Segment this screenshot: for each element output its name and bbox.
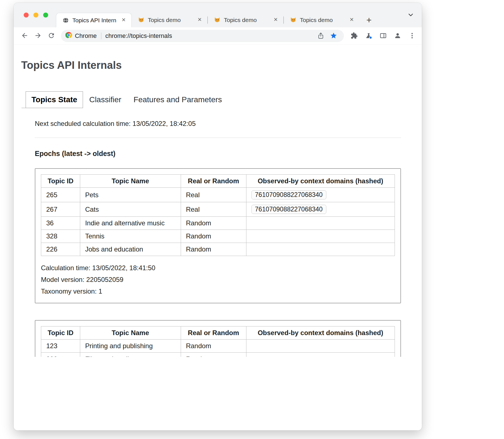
observed-domains-cell bbox=[246, 217, 395, 230]
omnibox-divider bbox=[101, 33, 101, 39]
experiments-button[interactable] bbox=[362, 30, 375, 42]
table-row: 226Jobs and educationRandom bbox=[41, 243, 395, 256]
real-or-random-cell: Random bbox=[181, 217, 246, 230]
browser-tab[interactable]: Topics demo× bbox=[208, 13, 283, 27]
reload-icon bbox=[48, 32, 55, 40]
real-or-random-cell: Real bbox=[181, 202, 246, 217]
hashed-domain-chip[interactable]: 7610709088227068340 bbox=[251, 190, 326, 199]
column-header: Topic Name bbox=[80, 175, 181, 188]
observed-domains-cell bbox=[246, 230, 395, 243]
browser-tab[interactable]: Topics demo× bbox=[284, 13, 359, 27]
bookmark-star-button[interactable] bbox=[327, 30, 340, 42]
globe-favicon-icon bbox=[62, 17, 69, 24]
cat-favicon-icon bbox=[138, 17, 145, 23]
column-header: Topic Name bbox=[80, 326, 181, 340]
hashed-domain-chip[interactable]: 7610709088227068340 bbox=[251, 205, 326, 214]
topic-name-cell: Jobs and education bbox=[80, 243, 181, 256]
observed-domains-cell: 7610709088227068340 bbox=[246, 202, 395, 217]
cat-favicon-icon bbox=[214, 17, 221, 23]
browser-tab-active[interactable]: Topics API Intern× bbox=[56, 13, 132, 27]
browser-window: Topics API Intern×Topics demo×Topics dem… bbox=[14, 3, 422, 430]
tab-title: Topics demo bbox=[300, 17, 346, 23]
reload-button[interactable] bbox=[45, 30, 58, 42]
arrow-left-icon bbox=[21, 32, 28, 40]
epoch-table: Topic IDTopic NameReal or RandomObserved… bbox=[41, 174, 395, 256]
topic-id-cell: 200 bbox=[41, 353, 80, 357]
table-row: 36Indie and alternative musicRandom bbox=[41, 217, 395, 230]
forward-button[interactable] bbox=[31, 30, 44, 42]
page-tabs: Topics StateClassifierFeatures and Param… bbox=[26, 91, 422, 108]
star-icon bbox=[330, 32, 337, 40]
window-minimize-button[interactable] bbox=[33, 13, 38, 18]
avatar-icon bbox=[394, 32, 401, 40]
arrow-right-icon bbox=[34, 32, 42, 40]
tab-strip: Topics API Intern×Topics demo×Topics dem… bbox=[14, 3, 422, 27]
browser-tab[interactable]: Topics demo× bbox=[132, 13, 207, 27]
tab-close-button[interactable]: × bbox=[272, 16, 280, 24]
topic-id-cell: 265 bbox=[41, 188, 80, 202]
column-header: Observed-by context domains (hashed) bbox=[246, 326, 395, 340]
window-controls bbox=[24, 13, 48, 18]
topic-id-cell: 123 bbox=[41, 340, 80, 353]
topic-id-cell: 328 bbox=[41, 230, 80, 243]
epoch-table: Topic IDTopic NameReal or RandomObserved… bbox=[41, 326, 395, 357]
table-row: 123Printing and publishingRandom bbox=[41, 340, 395, 353]
address-bar[interactable]: Chrome chrome://topics-internals bbox=[61, 30, 344, 42]
topic-name-cell: Indie and alternative music bbox=[80, 217, 181, 230]
three-dot-menu-icon bbox=[408, 32, 416, 40]
epoch-meta-line: Calculation time: 13/05/2022, 18:41:50 bbox=[41, 262, 395, 274]
table-row: 265PetsReal7610709088227068340 bbox=[41, 188, 395, 202]
tab-strip-tabs: Topics API Intern×Topics demo×Topics dem… bbox=[56, 3, 359, 27]
extensions-button[interactable] bbox=[348, 30, 361, 42]
page-title: Topics API Internals bbox=[21, 59, 422, 71]
real-or-random-cell: Random bbox=[181, 230, 246, 243]
epoch-meta-line: Taxonomy version: 1 bbox=[41, 286, 395, 297]
new-tab-button[interactable]: + bbox=[363, 13, 375, 27]
table-row: 200Fibre and textile artsRandom bbox=[41, 353, 395, 357]
site-chip-label: Chrome bbox=[75, 32, 97, 40]
tab-close-button[interactable]: × bbox=[348, 16, 356, 24]
column-header: Real or Random bbox=[181, 326, 246, 340]
window-close-button[interactable] bbox=[24, 13, 29, 18]
share-icon bbox=[317, 32, 324, 40]
real-or-random-cell: Random bbox=[181, 243, 246, 256]
epoch-meta-line: Model version: 2205052059 bbox=[41, 274, 395, 286]
tab-close-button[interactable]: × bbox=[120, 16, 128, 24]
desktop: Topics API Intern×Topics demo×Topics dem… bbox=[0, 0, 504, 439]
page-tab-topics-state[interactable]: Topics State bbox=[26, 91, 83, 108]
real-or-random-cell: Real bbox=[181, 188, 246, 202]
epoch-meta: Calculation time: 13/05/2022, 18:41:50Mo… bbox=[41, 262, 395, 297]
side-panel-icon bbox=[380, 32, 387, 40]
tab-search-button[interactable] bbox=[406, 10, 416, 20]
observed-domains-cell bbox=[246, 353, 395, 357]
epoch-panel: Topic IDTopic NameReal or RandomObserved… bbox=[35, 168, 401, 303]
epochs-list: Topic IDTopic NameReal or RandomObserved… bbox=[14, 168, 422, 357]
page-tab-classifier[interactable]: Classifier bbox=[83, 91, 127, 108]
topic-name-cell: Pets bbox=[80, 188, 181, 202]
puzzle-icon bbox=[351, 32, 358, 40]
table-row: 328TennisRandom bbox=[41, 230, 395, 243]
topic-id-cell: 226 bbox=[41, 243, 80, 256]
tab-title: Topics demo bbox=[224, 17, 270, 23]
side-panel-button[interactable] bbox=[377, 30, 390, 42]
window-zoom-button[interactable] bbox=[43, 13, 48, 18]
real-or-random-cell: Random bbox=[181, 340, 246, 353]
profile-button[interactable] bbox=[391, 30, 404, 42]
observed-domains-cell: 7610709088227068340 bbox=[246, 188, 395, 202]
cat-favicon-icon bbox=[290, 17, 297, 23]
observed-domains-cell bbox=[246, 243, 395, 256]
share-button[interactable] bbox=[314, 30, 327, 42]
back-button[interactable] bbox=[18, 30, 31, 42]
column-header: Topic ID bbox=[41, 175, 80, 188]
menu-button[interactable] bbox=[406, 30, 419, 42]
toolbar-right-icons bbox=[348, 30, 419, 42]
chevron-down-icon bbox=[407, 15, 414, 19]
epochs-heading: Epochs (latest -> oldest) bbox=[35, 150, 422, 158]
page-tab-features-and-parameters[interactable]: Features and Parameters bbox=[128, 91, 228, 108]
next-calculation-time: Next scheduled calculation time: 13/05/2… bbox=[35, 120, 401, 128]
tab-title: Topics demo bbox=[148, 17, 194, 23]
tab-close-button[interactable]: × bbox=[196, 16, 204, 24]
chrome-logo-icon bbox=[65, 32, 72, 40]
divider bbox=[35, 138, 401, 138]
flask-icon bbox=[365, 32, 372, 40]
